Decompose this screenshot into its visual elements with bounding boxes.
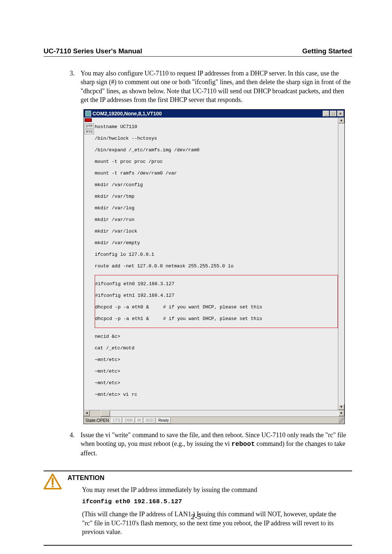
terminal-line: /bin/expand /_etc/ramfs.img /dev/ram0 [95, 147, 338, 153]
scrollbar-thumb[interactable] [101, 410, 110, 416]
attention-paragraph: You may reset the IP address immediately… [82, 485, 348, 494]
terminal-line: cat /_etc/motd [95, 345, 338, 351]
inline-code: reboot [231, 440, 255, 448]
dtr-label: DTR [85, 123, 94, 128]
scroll-right-icon[interactable]: ► [339, 410, 344, 416]
status-state: State:OPEN [85, 418, 109, 423]
terminal-line: /bin/hwclock --hctosys [95, 136, 338, 141]
resize-grip-icon[interactable] [339, 418, 344, 423]
list-item-text: You may also configure UC-7110 to reques… [81, 70, 351, 103]
terminal-line: mount -t ramfs /dev/ram0 /var [95, 171, 338, 176]
terminal-title-text: COM2,19200,None,8,1,VT100 [93, 111, 322, 116]
status-dcd: DCD [144, 418, 156, 423]
terminal-line: ~mnt/etc> vi rc [95, 392, 338, 398]
terminal-line: #ifconfig eth1 192.168.4.127 [95, 293, 338, 299]
status-ri: RI [136, 418, 143, 423]
scrollbar-track[interactable] [110, 410, 339, 416]
terminal-line: ~mnt/etc> [95, 357, 338, 363]
terminal-line: #ifconfig eth0 192.168.3.127 [95, 281, 338, 287]
terminal-line: hostname UC7110 [95, 124, 338, 130]
terminal-line: mount -t proc proc /proc [95, 159, 338, 165]
maximize-button[interactable]: □ [330, 111, 336, 116]
manual-title: UC-7110 Series User's Manual [44, 47, 142, 55]
status-ready: Ready [156, 418, 171, 423]
terminal-line: ~mnt/etc> [95, 380, 338, 386]
terminal-line: mkdir /var/empty [95, 240, 338, 246]
scroll-down-icon[interactable]: ▼ [338, 404, 344, 410]
attention-title: ATTENTION [68, 474, 348, 482]
terminal-line: mkdir /var/run [95, 217, 338, 223]
rts-label: RTS [85, 129, 94, 134]
page-header: UC-7110 Series User's Manual Getting Sta… [44, 47, 352, 57]
terminal-titlebar[interactable]: COM2,19200,None,8,1,VT100 _ □ × [84, 110, 344, 118]
terminal-status-bar: State:OPEN CTS DSR RI DCD Ready [84, 416, 344, 424]
list-item: You may also configure UC-7110 to reques… [76, 69, 352, 104]
status-cts: CTS [111, 418, 122, 423]
terminal-app-icon [85, 111, 91, 116]
terminal-line: ~mnt/etc> [95, 369, 338, 374]
terminal-line: mkdir /var/config [95, 182, 338, 188]
led-indicator-icon [85, 118, 92, 122]
terminal-line: mkdir /var/tmp [95, 194, 338, 200]
scroll-up-icon[interactable]: ▲ [338, 118, 344, 123]
highlighted-config-block: #ifconfig eth0 192.168.3.127 #ifconfig e… [95, 275, 338, 328]
list-item: Issue the vi "write" command to save the… [76, 431, 352, 457]
scrollbar-track[interactable] [338, 123, 344, 404]
minimize-button[interactable]: _ [323, 111, 329, 116]
scroll-left-icon[interactable]: ◄ [84, 410, 90, 416]
terminal-output[interactable]: hostname UC7110 /bin/hwclock --hctosys /… [95, 118, 338, 410]
attention-callout: ATTENTION You may reset the IP address i… [44, 471, 352, 546]
terminal-line: mkdir /var/log [95, 205, 338, 211]
horizontal-scrollbar[interactable]: ◄ ► [84, 410, 344, 416]
page-number: 2-5 [0, 512, 392, 521]
terminal-line: dhcpcd -p -a eth0 & # if you want DHCP, … [95, 304, 338, 310]
terminal-side-panel: DTR RTS [84, 118, 95, 410]
attention-command: ifconfig eth0 192.168.5.127 [82, 498, 348, 506]
terminal-line: necid &c> [95, 334, 338, 340]
section-title: Getting Started [302, 47, 352, 55]
terminal-line: ifconfig lo 127.0.0.1 [95, 252, 338, 258]
status-dsr: DSR [123, 418, 134, 423]
vertical-scrollbar[interactable]: ▲ ▼ [338, 118, 344, 410]
svg-point-2 [52, 485, 53, 487]
close-button[interactable]: × [337, 111, 344, 116]
terminal-line: dhcpcd -p -a eth1 & # if you want DHCP, … [95, 316, 338, 322]
warning-triangle-icon [44, 473, 62, 489]
terminal-line: mkdir /var/lock [95, 229, 338, 234]
terminal-line: route add -net 127.0.0.0 netmask 255.255… [95, 263, 338, 269]
terminal-window: COM2,19200,None,8,1,VT100 _ □ × DTR RTS … [83, 109, 345, 424]
instruction-list: You may also configure UC-7110 to reques… [76, 69, 352, 104]
instruction-list: Issue the vi "write" command to save the… [76, 431, 352, 457]
